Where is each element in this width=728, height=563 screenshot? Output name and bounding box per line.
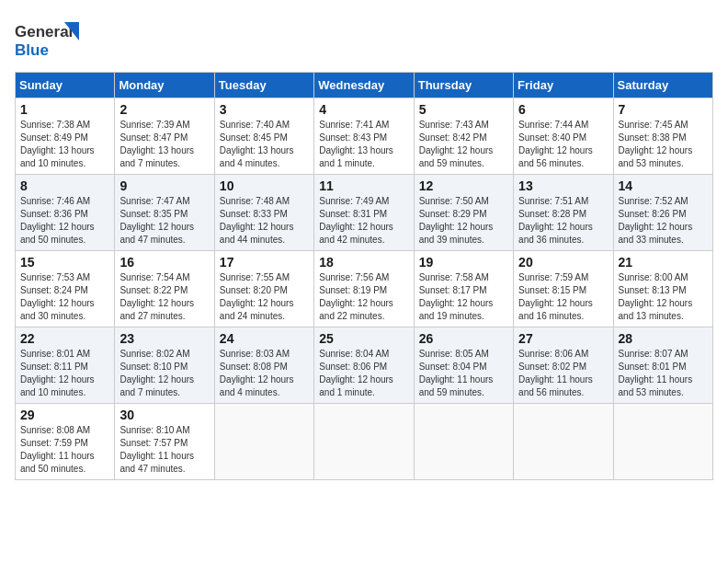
day-number: 17 xyxy=(220,255,309,270)
calendar-cell xyxy=(414,404,513,480)
page-header: General Blue xyxy=(15,15,713,63)
day-number: 8 xyxy=(20,178,109,193)
day-info: Sunrise: 7:44 AMSunset: 8:40 PMDaylight:… xyxy=(518,119,608,170)
day-number: 3 xyxy=(220,102,309,117)
calendar-week-4: 22Sunrise: 8:01 AMSunset: 8:11 PMDayligh… xyxy=(16,327,713,404)
day-info: Sunrise: 8:07 AMSunset: 8:01 PMDaylight:… xyxy=(619,348,708,399)
day-number: 9 xyxy=(119,178,209,193)
column-header-sunday: Sunday xyxy=(16,73,115,98)
calendar-cell: 15Sunrise: 7:53 AMSunset: 8:24 PMDayligh… xyxy=(16,251,115,327)
day-info: Sunrise: 7:49 AMSunset: 8:31 PMDaylight:… xyxy=(319,195,408,247)
day-number: 21 xyxy=(619,255,708,270)
logo-svg: General Blue xyxy=(15,15,97,63)
column-header-thursday: Thursday xyxy=(414,73,513,98)
day-info: Sunrise: 8:01 AMSunset: 8:11 PMDaylight:… xyxy=(20,348,109,399)
day-number: 30 xyxy=(119,408,209,422)
day-info: Sunrise: 7:40 AMSunset: 8:45 PMDaylight:… xyxy=(220,119,309,170)
day-info: Sunrise: 8:08 AMSunset: 7:59 PMDaylight:… xyxy=(20,424,109,476)
day-info: Sunrise: 7:55 AMSunset: 8:20 PMDaylight:… xyxy=(220,271,309,323)
calendar-cell: 24Sunrise: 8:03 AMSunset: 8:08 PMDayligh… xyxy=(214,327,313,404)
column-header-friday: Friday xyxy=(514,73,613,98)
day-info: Sunrise: 7:50 AMSunset: 8:29 PMDaylight:… xyxy=(419,195,508,247)
column-header-wednesday: Wednesday xyxy=(314,73,414,98)
day-info: Sunrise: 7:46 AMSunset: 8:36 PMDaylight:… xyxy=(20,195,109,247)
calendar-cell: 28Sunrise: 8:07 AMSunset: 8:01 PMDayligh… xyxy=(613,327,712,404)
day-number: 10 xyxy=(220,178,309,193)
calendar-cell: 21Sunrise: 8:00 AMSunset: 8:13 PMDayligh… xyxy=(613,251,712,327)
calendar-cell: 29Sunrise: 8:08 AMSunset: 7:59 PMDayligh… xyxy=(16,404,115,480)
day-info: Sunrise: 7:47 AMSunset: 8:35 PMDaylight:… xyxy=(119,195,209,247)
day-number: 1 xyxy=(20,102,109,117)
day-number: 11 xyxy=(319,178,408,193)
day-number: 7 xyxy=(619,102,708,117)
day-number: 18 xyxy=(319,255,408,270)
day-info: Sunrise: 7:41 AMSunset: 8:43 PMDaylight:… xyxy=(319,119,408,170)
calendar-body: 1Sunrise: 7:38 AMSunset: 8:49 PMDaylight… xyxy=(16,98,713,480)
day-number: 2 xyxy=(119,102,209,117)
calendar-cell xyxy=(514,404,613,480)
day-number: 22 xyxy=(20,331,109,346)
day-info: Sunrise: 7:59 AMSunset: 8:15 PMDaylight:… xyxy=(518,271,608,323)
day-number: 24 xyxy=(220,331,309,346)
day-number: 5 xyxy=(419,102,508,117)
calendar-week-1: 1Sunrise: 7:38 AMSunset: 8:49 PMDaylight… xyxy=(16,98,713,175)
day-number: 23 xyxy=(119,331,209,346)
day-number: 14 xyxy=(619,178,708,193)
calendar-cell xyxy=(613,404,712,480)
calendar-cell: 20Sunrise: 7:59 AMSunset: 8:15 PMDayligh… xyxy=(514,251,613,327)
day-info: Sunrise: 8:02 AMSunset: 8:10 PMDaylight:… xyxy=(119,348,209,399)
calendar-cell: 6Sunrise: 7:44 AMSunset: 8:40 PMDaylight… xyxy=(514,98,613,175)
day-info: Sunrise: 8:03 AMSunset: 8:08 PMDaylight:… xyxy=(220,348,309,399)
day-info: Sunrise: 7:45 AMSunset: 8:38 PMDaylight:… xyxy=(619,119,708,170)
calendar-cell: 5Sunrise: 7:43 AMSunset: 8:42 PMDaylight… xyxy=(414,98,513,175)
calendar-cell: 11Sunrise: 7:49 AMSunset: 8:31 PMDayligh… xyxy=(314,175,414,251)
calendar-cell: 19Sunrise: 7:58 AMSunset: 8:17 PMDayligh… xyxy=(414,251,513,327)
day-info: Sunrise: 7:51 AMSunset: 8:28 PMDaylight:… xyxy=(518,195,608,247)
calendar-cell: 4Sunrise: 7:41 AMSunset: 8:43 PMDaylight… xyxy=(314,98,414,175)
calendar-cell: 1Sunrise: 7:38 AMSunset: 8:49 PMDaylight… xyxy=(16,98,115,175)
calendar-cell: 3Sunrise: 7:40 AMSunset: 8:45 PMDaylight… xyxy=(214,98,313,175)
calendar-cell: 23Sunrise: 8:02 AMSunset: 8:10 PMDayligh… xyxy=(115,327,214,404)
calendar-week-2: 8Sunrise: 7:46 AMSunset: 8:36 PMDaylight… xyxy=(16,175,713,251)
day-number: 12 xyxy=(419,178,508,193)
calendar-cell: 13Sunrise: 7:51 AMSunset: 8:28 PMDayligh… xyxy=(514,175,613,251)
calendar-cell: 17Sunrise: 7:55 AMSunset: 8:20 PMDayligh… xyxy=(214,251,313,327)
calendar-cell: 30Sunrise: 8:10 AMSunset: 7:57 PMDayligh… xyxy=(115,404,214,480)
calendar-cell: 18Sunrise: 7:56 AMSunset: 8:19 PMDayligh… xyxy=(314,251,414,327)
calendar-cell: 10Sunrise: 7:48 AMSunset: 8:33 PMDayligh… xyxy=(214,175,313,251)
day-number: 4 xyxy=(319,102,408,117)
calendar-cell xyxy=(314,404,414,480)
day-number: 25 xyxy=(319,331,408,346)
day-number: 27 xyxy=(518,331,608,346)
calendar-cell: 27Sunrise: 8:06 AMSunset: 8:02 PMDayligh… xyxy=(514,327,613,404)
column-header-saturday: Saturday xyxy=(613,73,712,98)
calendar-cell xyxy=(214,404,313,480)
calendar-cell: 9Sunrise: 7:47 AMSunset: 8:35 PMDaylight… xyxy=(115,175,214,251)
calendar-cell: 7Sunrise: 7:45 AMSunset: 8:38 PMDaylight… xyxy=(613,98,712,175)
day-number: 26 xyxy=(419,331,508,346)
calendar-table: SundayMondayTuesdayWednesdayThursdayFrid… xyxy=(15,72,713,480)
day-number: 15 xyxy=(20,255,109,270)
calendar-cell: 2Sunrise: 7:39 AMSunset: 8:47 PMDaylight… xyxy=(115,98,214,175)
calendar-week-3: 15Sunrise: 7:53 AMSunset: 8:24 PMDayligh… xyxy=(16,251,713,327)
day-number: 19 xyxy=(419,255,508,270)
calendar-header-row: SundayMondayTuesdayWednesdayThursdayFrid… xyxy=(16,73,713,98)
day-number: 6 xyxy=(518,102,608,117)
day-info: Sunrise: 8:05 AMSunset: 8:04 PMDaylight:… xyxy=(419,348,508,399)
day-info: Sunrise: 7:48 AMSunset: 8:33 PMDaylight:… xyxy=(220,195,309,247)
calendar-cell: 8Sunrise: 7:46 AMSunset: 8:36 PMDaylight… xyxy=(16,175,115,251)
day-info: Sunrise: 7:39 AMSunset: 8:47 PMDaylight:… xyxy=(119,119,209,170)
day-info: Sunrise: 7:43 AMSunset: 8:42 PMDaylight:… xyxy=(419,119,508,170)
day-number: 28 xyxy=(619,331,708,346)
day-info: Sunrise: 7:56 AMSunset: 8:19 PMDaylight:… xyxy=(319,271,408,323)
calendar-cell: 16Sunrise: 7:54 AMSunset: 8:22 PMDayligh… xyxy=(115,251,214,327)
svg-text:Blue: Blue xyxy=(15,41,49,59)
calendar-week-5: 29Sunrise: 8:08 AMSunset: 7:59 PMDayligh… xyxy=(16,404,713,480)
calendar-cell: 22Sunrise: 8:01 AMSunset: 8:11 PMDayligh… xyxy=(16,327,115,404)
calendar-cell: 12Sunrise: 7:50 AMSunset: 8:29 PMDayligh… xyxy=(414,175,513,251)
svg-text:General: General xyxy=(15,23,73,40)
day-number: 16 xyxy=(119,255,209,270)
calendar-cell: 25Sunrise: 8:04 AMSunset: 8:06 PMDayligh… xyxy=(314,327,414,404)
day-number: 13 xyxy=(518,178,608,193)
day-info: Sunrise: 7:54 AMSunset: 8:22 PMDaylight:… xyxy=(119,271,209,323)
